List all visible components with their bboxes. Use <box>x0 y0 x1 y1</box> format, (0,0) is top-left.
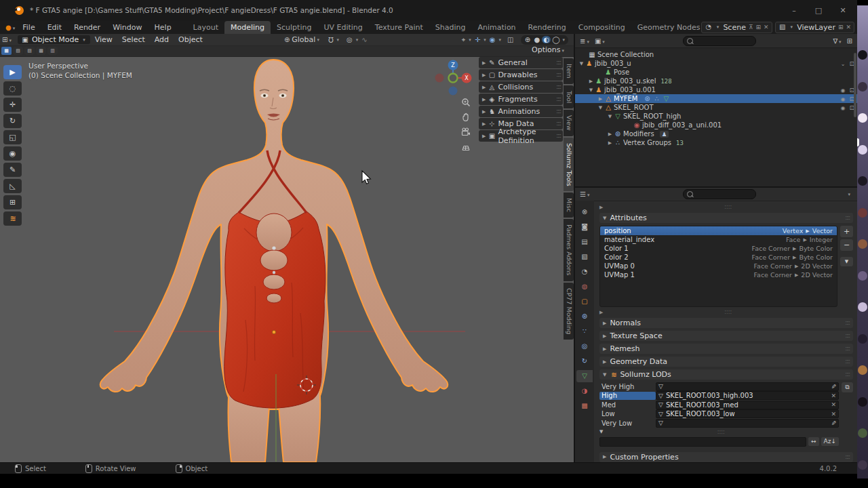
blender-app-menu[interactable]: ●▾ <box>5 24 16 31</box>
outliner-row[interactable]: ▼ jbib_003_u.001 <box>575 85 857 94</box>
drag-grip-icon[interactable]: :::: <box>556 72 561 78</box>
drag-grip-icon[interactable]: :::: <box>556 60 561 66</box>
delete-scene-icon[interactable]: ✕ <box>764 24 769 30</box>
attribute-row[interactable]: material_index Face ▶ Integer <box>600 235 837 244</box>
expander-icon[interactable]: ▼ <box>606 114 614 119</box>
outliner-row[interactable]: ▶ jbib_003_u.skel 128 <box>575 77 857 85</box>
clear-icon[interactable]: ✕ <box>831 392 836 399</box>
lod-level-label[interactable]: Med <box>599 401 656 409</box>
outliner-row[interactable]: jbib_diff_003_a_uni.001 <box>575 121 857 129</box>
xray-toggle-icon[interactable]: ◫ <box>505 36 515 43</box>
discord-server-avatar[interactable] <box>858 271 867 281</box>
camera-view-icon[interactable] <box>460 127 471 138</box>
collapsed-panel-header[interactable]: ▶ Remesh :::: <box>599 344 853 354</box>
eyedropper-icon[interactable]: ✎ <box>830 384 837 389</box>
discord-server-avatar[interactable] <box>858 50 867 60</box>
outliner-row[interactable]: ▶ MYFEM <box>575 94 857 103</box>
hide-viewport-toggle[interactable] <box>841 60 846 67</box>
hide-viewport-toggle[interactable] <box>840 104 845 111</box>
drag-grip-icon[interactable]: :::: <box>845 371 850 378</box>
orientation-dropdown[interactable]: Global <box>292 35 315 44</box>
outliner-row[interactable]: Scene Collection <box>575 50 857 59</box>
properties-tab[interactable] <box>576 236 593 248</box>
lod-level-label[interactable]: High <box>599 392 656 400</box>
zoom-icon[interactable] <box>460 97 471 108</box>
menu-item[interactable]: Help <box>149 22 178 33</box>
tool-sollumz-paint[interactable]: ≋ <box>3 211 22 226</box>
n-panel-tab[interactable]: Tool <box>564 85 574 108</box>
menu-item[interactable]: Edit <box>41 22 68 33</box>
select-mode-intersect-icon[interactable]: ▥ <box>47 47 58 55</box>
properties-editor-icon[interactable]: ☰▾ <box>578 190 593 198</box>
n-panel-section[interactable]: ▶ Drawables :::: <box>479 69 563 81</box>
lod-mesh-field[interactable]: ▽ ✎ <box>656 382 839 391</box>
drag-grip-icon[interactable]: :::: <box>845 320 850 326</box>
menu-item[interactable]: Window <box>106 22 148 33</box>
n-panel-section[interactable]: ▶ General :::: <box>479 57 563 68</box>
outliner-search[interactable] <box>683 36 756 46</box>
custom-properties-panel-header[interactable]: ▶ Custom Properties :::: <box>599 452 853 462</box>
eyedropper-icon[interactable]: ✎ <box>830 420 837 426</box>
lod-level-label[interactable]: Very High <box>599 383 656 390</box>
attribute-specials-menu[interactable]: ▼ <box>840 257 853 266</box>
expander-icon[interactable]: ▶ <box>606 131 614 137</box>
properties-search[interactable] <box>683 189 756 199</box>
drag-grip-icon[interactable]: :::: <box>556 84 561 90</box>
snap-magnet-icon[interactable]: Ω <box>326 36 336 43</box>
expander-icon[interactable]: ▶ <box>606 140 614 146</box>
remove-viewlayer-icon[interactable]: ✕ <box>846 24 851 30</box>
shading-wireframe-button[interactable]: ⊕ <box>523 36 532 43</box>
n-panel-tab[interactable]: Misc <box>564 192 574 218</box>
outliner-row[interactable]: Pose <box>575 68 857 77</box>
lod-level-label[interactable]: Low <box>599 410 656 418</box>
options-dropdown[interactable]: Options▾ <box>532 45 566 54</box>
discord-server-avatar[interactable] <box>858 145 867 155</box>
tool-scale[interactable]: ◱ <box>3 130 22 144</box>
expander-icon[interactable]: ▶ <box>587 79 595 84</box>
select-mode-extend-icon[interactable]: ▧ <box>13 47 23 55</box>
collapsed-panel-header[interactable]: ▶ Texture Space :::: <box>599 331 853 341</box>
proportional-editing-icon[interactable]: ◎ <box>344 36 355 43</box>
mode-dropdown[interactable]: ▣ Object Mode▾ <box>18 35 90 44</box>
outliner-row[interactable]: ▼ SKEL_ROOT_high <box>575 112 857 121</box>
workspace-tab[interactable]: Compositing <box>572 21 631 34</box>
drag-grip-icon[interactable]: :::: <box>556 121 561 127</box>
properties-tab[interactable] <box>576 281 593 293</box>
viewport-menu[interactable]: View <box>90 35 117 44</box>
gizmos-dropdown-icon[interactable]: ✛ <box>473 36 482 43</box>
lod-list-footer[interactable]: ▼:::: <box>599 428 839 436</box>
properties-tab[interactable] <box>576 266 593 278</box>
minimize-button[interactable]: – <box>789 6 799 15</box>
tool-annotate[interactable]: ✎ <box>3 163 22 177</box>
discord-server-avatar[interactable] <box>858 365 867 375</box>
hide-viewport-toggle[interactable] <box>840 87 845 94</box>
n-panel-section[interactable]: ▶ Archetype Definition :::: <box>479 130 563 142</box>
shading-rendered-button[interactable]: ◯ <box>551 36 560 43</box>
discord-server-avatar[interactable] <box>858 397 867 407</box>
attribute-row[interactable]: UVMap 1 Face Corner ▶ 2D Vector <box>600 270 837 279</box>
attribute-row[interactable]: position Vertex ▶ Vector <box>600 226 837 235</box>
n-panel-section[interactable]: ▶ Collisions :::: <box>479 81 563 93</box>
outliner-editor-icon[interactable]: ≣▾ <box>578 37 593 45</box>
new-viewlayer-icon[interactable]: ⊞ <box>838 24 844 30</box>
attributes-panel-header[interactable]: ▼ Attributes :::: <box>599 213 853 223</box>
menu-item[interactable]: File <box>16 22 41 33</box>
n-panel-section[interactable]: ▶ Fragments :::: <box>479 94 563 105</box>
select-mode-invert-icon[interactable]: ▩ <box>36 47 46 55</box>
properties-tab[interactable] <box>576 370 593 382</box>
n-panel-tab[interactable]: Padmes Addons <box>564 219 574 281</box>
collapsed-panel-header[interactable]: ▶ Geometry Data :::: <box>599 357 853 367</box>
close-button[interactable]: ✕ <box>838 6 848 15</box>
select-mode-new-icon[interactable]: ▦ <box>1 47 12 55</box>
overlays-dropdown-icon[interactable]: ◉ <box>488 36 498 43</box>
workspace-tab[interactable]: Layout <box>187 21 224 34</box>
collapsed-list-row[interactable]: ▶:::: <box>599 203 853 211</box>
drag-grip-icon[interactable]: :::: <box>556 133 561 139</box>
lod-mesh-field[interactable]: ▽ ✎ <box>656 419 839 428</box>
clear-icon[interactable]: ✕ <box>831 401 836 408</box>
viewlayer-selector[interactable]: ▾ ViewLayer ⊞ ✕ <box>775 22 854 33</box>
properties-tab[interactable] <box>576 340 593 352</box>
drag-grip-icon[interactable]: :::: <box>845 346 850 352</box>
discord-server-avatar[interactable] <box>858 334 867 344</box>
n-panel-section[interactable]: ▶ Animations :::: <box>479 106 563 117</box>
